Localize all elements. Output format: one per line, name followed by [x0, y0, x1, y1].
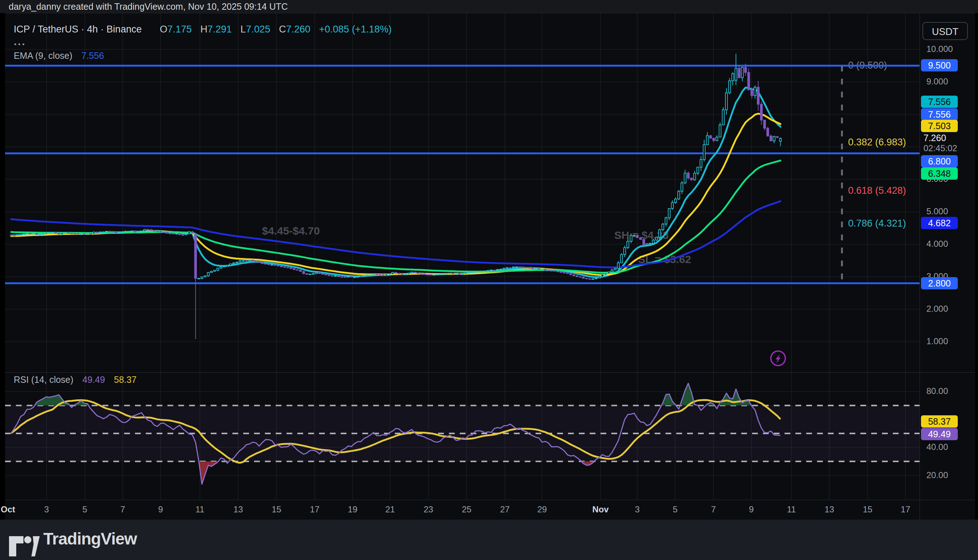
price-axis-label: 2.000: [926, 304, 948, 314]
attribution-text: darya_danny created with TradingView.com…: [9, 2, 288, 12]
time-scale[interactable]: Oct357911131517192123252729Nov3579111315…: [5, 500, 975, 520]
quick-trade-lightning-button[interactable]: [770, 350, 787, 367]
rsi-axis-label: 40.00: [926, 442, 948, 452]
time-axis-label: 29: [537, 505, 547, 515]
price-badge: 2.800: [921, 277, 958, 289]
logo-band: TradingView: [0, 520, 978, 560]
last-price-label: 7.260: [923, 133, 946, 143]
ohlc-value: 7.260: [286, 24, 310, 35]
time-axis-label: 3: [635, 505, 640, 515]
rsi-legend-label: RSI (14, close): [14, 375, 73, 385]
time-axis-label: 11: [196, 505, 205, 515]
price-axis-label: 4.000: [926, 239, 948, 249]
ohlc-label: O: [160, 24, 167, 35]
price-badge: 4.682: [921, 217, 958, 229]
price-badge: 6.800: [921, 155, 958, 167]
ema-legend[interactable]: EMA (9, close) 7.556: [14, 50, 104, 61]
symbol-title: ICP / TetherUS · 4h · Binance: [14, 24, 142, 35]
time-axis-label: 17: [901, 505, 911, 515]
rsi-axis-label: 20.00: [926, 470, 948, 480]
time-axis-label: 13: [825, 505, 835, 515]
tradingview-logo[interactable]: TradingView: [0, 520, 144, 560]
change-value: +0.085 (+1.18%): [319, 24, 392, 35]
time-axis-label: 7: [711, 505, 716, 515]
price-badge: 7.503: [921, 120, 958, 132]
price-badge: 58.37: [921, 415, 958, 428]
time-axis-label: 3: [44, 505, 49, 515]
ema-legend-label: EMA (9, close): [14, 50, 73, 61]
ohlc-value: 7.291: [208, 24, 232, 35]
time-axis-label: Nov: [592, 505, 608, 515]
price-axis-label: 5.000: [926, 207, 948, 217]
time-axis-label: 25: [462, 505, 472, 515]
price-badge: 7.556: [921, 108, 958, 120]
lightning-icon: [770, 350, 787, 367]
fib-level-label: 0.382 (6.983): [848, 137, 906, 148]
rsi-legend[interactable]: RSI (14, close) 49.49 58.37: [14, 375, 137, 385]
tradingview-wordmark: TradingView: [43, 529, 137, 548]
attribution-bar: darya_danny created with TradingView.com…: [0, 0, 978, 13]
rsi-axis-label: 80.00: [926, 386, 948, 396]
ohlc-label: H: [200, 24, 208, 35]
symbol-legend[interactable]: ICP / TetherUS · 4h · BinanceO7.175H7.29…: [14, 24, 392, 35]
ohlc-values: O7.175H7.291L7.025C7.260: [151, 24, 310, 35]
ohlc-value: 7.025: [246, 24, 270, 35]
time-axis-label: 17: [310, 505, 320, 515]
time-axis-label: 21: [385, 505, 395, 515]
ohlc-label: C: [279, 24, 286, 35]
ohlc-value: 7.175: [167, 24, 192, 35]
tradingview-screenshot: darya_danny created with TradingView.com…: [0, 0, 978, 560]
legend-more-button[interactable]: ...: [14, 36, 26, 47]
time-axis-label: 23: [424, 505, 433, 515]
price-axis-label: 10.000: [926, 44, 953, 54]
price-badge: 6.348: [921, 167, 958, 180]
rsi-legend-value: 49.49: [82, 375, 105, 385]
time-axis-label: 5: [673, 505, 677, 515]
time-axis-label: 7: [120, 505, 125, 515]
tradingview-mark-icon: [9, 536, 40, 557]
time-axis-label: Oct: [1, 505, 15, 515]
bar-countdown-label: 02:45:02: [923, 143, 957, 153]
time-axis-label: 27: [500, 505, 510, 515]
time-axis-label: 15: [863, 505, 873, 515]
ohlc-label: L: [240, 24, 246, 35]
price-and-rsi-canvas[interactable]: $4.45-$4.70SH = $4.33SL = $3.620 (9.500)…: [5, 13, 920, 500]
price-badge: 9.500: [921, 59, 958, 72]
rsi-ma-legend-value: 58.37: [114, 375, 137, 385]
pane-separator[interactable]: [5, 372, 975, 373]
chart-annotation: $4.45-$4.70: [262, 225, 320, 237]
price-badge: 7.556: [921, 96, 958, 108]
time-axis-label: 15: [272, 505, 282, 515]
ema-legend-value: 7.556: [82, 50, 104, 61]
time-axis-label: 9: [749, 505, 753, 515]
time-axis-label: 19: [348, 505, 358, 515]
time-axis-label: 9: [158, 505, 163, 515]
fib-level-label: 0.786 (4.321): [848, 218, 906, 229]
time-axis-label: 5: [82, 505, 87, 515]
time-axis-label: 13: [233, 505, 243, 515]
time-axis-label: 11: [787, 505, 796, 515]
fib-level-label: 0.618 (5.428): [848, 185, 906, 196]
price-scale[interactable]: 10.0009.0006.0005.0004.0003.0002.0001.00…: [920, 13, 978, 520]
price-axis-label: 1.000: [926, 336, 948, 347]
price-badge: 49.49: [921, 428, 958, 440]
price-axis-label: 9.000: [926, 77, 948, 87]
